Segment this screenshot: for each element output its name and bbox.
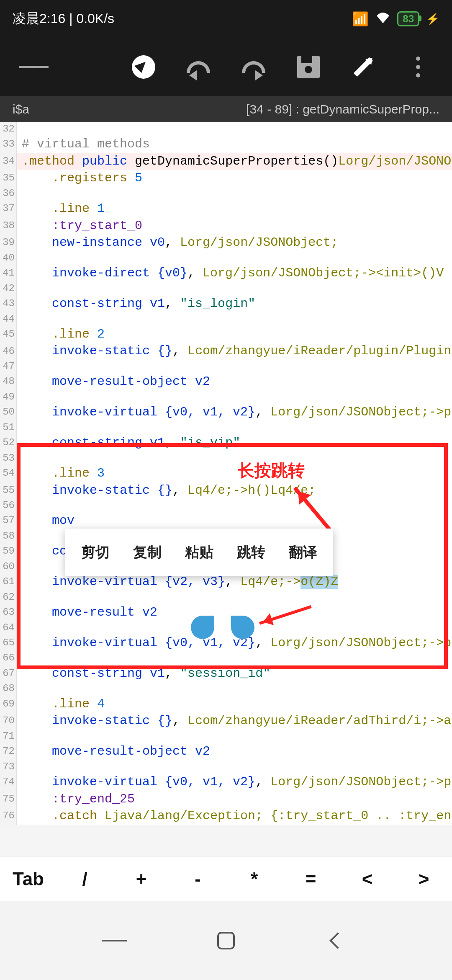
nav-recent-icon[interactable] [102, 928, 127, 953]
symbol-keyboard-row: Tab / + - * = < > [0, 856, 452, 901]
selection-handle-left[interactable] [191, 616, 214, 639]
wifi-icon [375, 11, 390, 27]
code-editor[interactable]: 32 33# virtual methods 34.method public … [0, 122, 452, 825]
translate-button[interactable]: 翻译 [277, 543, 329, 562]
toolbar [0, 38, 452, 96]
info-strip: i$a [34 - 89] : getDynamicSuperProp... [0, 96, 452, 122]
line-number: 32 [0, 122, 17, 136]
status-time: 凌晨2:16 | 0.0K/s [13, 10, 114, 28]
annotation-text: 长按跳转 [238, 459, 305, 482]
class-label: i$a [13, 102, 29, 116]
key-lt[interactable]: < [339, 856, 396, 901]
cut-button[interactable]: 剪切 [69, 543, 121, 562]
redo-icon[interactable] [239, 52, 268, 82]
key-plus[interactable]: + [113, 856, 170, 901]
status-right: 📶 83 ⚡ [352, 11, 439, 27]
battery-badge: 83 [397, 11, 419, 26]
copy-button[interactable]: 复制 [121, 543, 173, 562]
key-slash[interactable]: / [56, 856, 113, 901]
charging-icon: ⚡ [426, 13, 439, 26]
goto-button[interactable]: 跳转 [225, 543, 277, 562]
nav-back-icon[interactable] [325, 928, 350, 953]
more-icon[interactable] [403, 52, 433, 82]
selection-handles[interactable] [191, 616, 254, 639]
key-minus[interactable]: - [170, 856, 226, 901]
selection-handle-right[interactable] [231, 616, 254, 639]
signal-icon: 📶 [352, 11, 369, 27]
menu-icon[interactable] [19, 52, 49, 82]
system-navbar [0, 901, 452, 980]
method-range: [34 - 89] : getDynamicSuperProp... [246, 102, 439, 116]
paste-button[interactable]: 粘贴 [173, 543, 225, 562]
nav-home-icon[interactable] [213, 928, 239, 953]
key-gt[interactable]: > [396, 856, 452, 901]
context-menu: 剪切 复制 粘贴 跳转 翻译 [65, 529, 333, 576]
key-star[interactable]: * [226, 856, 282, 901]
key-equals[interactable]: = [282, 856, 339, 901]
key-tab[interactable]: Tab [0, 856, 56, 901]
undo-icon[interactable] [184, 52, 213, 82]
compass-icon[interactable] [129, 52, 158, 82]
status-bar: 凌晨2:16 | 0.0K/s 📶 83 ⚡ [0, 0, 452, 38]
save-icon[interactable] [294, 52, 323, 82]
edit-icon[interactable] [349, 52, 378, 82]
